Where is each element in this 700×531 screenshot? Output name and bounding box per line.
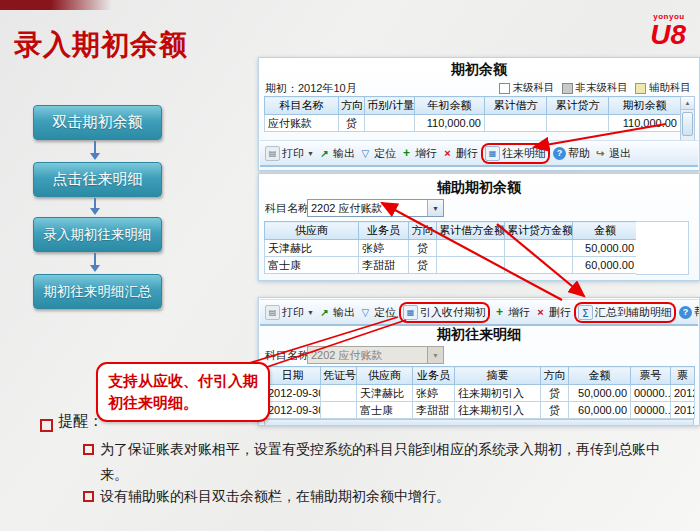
cell-subject[interactable]: 应付账款: [265, 115, 339, 132]
locate-button[interactable]: ▽定位: [357, 304, 398, 321]
help-button[interactable]: ?帮助: [677, 304, 700, 321]
cell-direction[interactable]: 贷: [409, 240, 437, 257]
cell-accum-credit[interactable]: [547, 115, 609, 132]
col-header[interactable]: 金额: [573, 222, 638, 240]
cell-salesperson[interactable]: 张婷: [413, 385, 455, 402]
col-header[interactable]: 累计贷方金额: [505, 222, 573, 240]
button-label: 打印: [282, 146, 304, 161]
col-header[interactable]: 凭证号: [321, 367, 357, 385]
print-button[interactable]: ▤打印▼: [263, 304, 316, 321]
table-row[interactable]: 2012-09-30 天津赫比 张婷 往来期初引入 贷 50,000.00 00…: [265, 385, 695, 402]
col-header[interactable]: 累计借方金额: [437, 222, 505, 240]
export-button[interactable]: ↗输出: [316, 145, 357, 162]
scroll-up-icon[interactable]: ▲: [681, 97, 694, 110]
col-header[interactable]: 年初余额: [415, 97, 485, 115]
cell-amount[interactable]: 50,000.00: [569, 385, 631, 402]
cell-bill-no[interactable]: 00000...: [631, 402, 671, 419]
caret-down-icon: ▼: [307, 309, 314, 316]
exit-button[interactable]: ↪退出: [592, 145, 633, 162]
table-row[interactable]: 2012-09-30 富士康 李甜甜 往来期初引入 贷 60,000.00 00…: [265, 402, 695, 419]
cell-salesperson[interactable]: 李甜甜: [413, 402, 455, 419]
col-header[interactable]: 方向: [541, 367, 569, 385]
cell-salesperson[interactable]: 李甜甜: [359, 257, 409, 274]
cell-currency[interactable]: [365, 115, 415, 132]
cell-direction[interactable]: 贷: [409, 257, 437, 274]
col-header[interactable]: 摘要: [455, 367, 541, 385]
cell-vendor[interactable]: 富士康: [357, 402, 413, 419]
cell-voucher-no[interactable]: [321, 402, 357, 419]
dropdown-arrow-icon[interactable]: ▼: [427, 200, 443, 216]
cell-accum-debit[interactable]: [437, 257, 505, 274]
cell-date[interactable]: 2012-09-30: [265, 402, 321, 419]
col-header[interactable]: 累计贷方: [547, 97, 609, 115]
print-button[interactable]: ▤打印▼: [263, 145, 316, 162]
col-header[interactable]: 票号: [631, 367, 671, 385]
col-header[interactable]: 票: [671, 367, 695, 385]
locate-button[interactable]: ▽定位: [357, 145, 398, 162]
flow-step-1: 双击期初余额: [33, 105, 162, 140]
table-row[interactable]: 天津赫比 张婷 贷 50,000.00: [265, 240, 638, 257]
sigma-icon: ∑: [578, 305, 593, 320]
cell-voucher-no[interactable]: [321, 385, 357, 402]
col-header[interactable]: 方向: [409, 222, 437, 240]
col-header[interactable]: 累计借方: [485, 97, 547, 115]
summarize-to-aux-button[interactable]: ∑汇总到辅助明细: [576, 304, 674, 321]
cell-bill-date[interactable]: 2012: [671, 385, 695, 402]
cell-accum-debit[interactable]: [485, 115, 547, 132]
cell-amount[interactable]: 60,000.00: [569, 402, 631, 419]
cell-salesperson[interactable]: 张婷: [359, 240, 409, 257]
flow-step-3: 录入期初往来明细: [33, 217, 162, 252]
col-header[interactable]: 币别/计量: [365, 97, 415, 115]
help-button[interactable]: ?帮助: [551, 145, 592, 162]
delete-row-button[interactable]: ×删行: [532, 304, 573, 321]
col-header[interactable]: 日期: [265, 367, 321, 385]
cell-accum-credit[interactable]: [505, 257, 573, 274]
note-bullet-icon: [40, 419, 53, 432]
export-button[interactable]: ↗输出: [316, 304, 357, 321]
aux-balance-window: 辅助期初余额 科目名称 2202 应付账款 ▼ 供应商 业务员 方向 累计借方金…: [258, 173, 700, 281]
cell-summary[interactable]: 往来期初引入: [455, 402, 541, 419]
add-row-button[interactable]: +增行: [491, 304, 532, 321]
note-item: 设有辅助账的科目双击余额栏，在辅助期初余额中增行。: [100, 484, 682, 509]
scrollbar-thumb[interactable]: [682, 112, 693, 136]
col-header[interactable]: 供应商: [357, 367, 413, 385]
cell-direction[interactable]: 贷: [541, 385, 569, 402]
table-row[interactable]: 富士康 李甜甜 贷 60,000.00: [265, 257, 638, 274]
table-header-row: 日期 凭证号 供应商 业务员 摘要 方向 金额 票号 票: [265, 367, 695, 385]
cell-direction[interactable]: 贷: [339, 115, 365, 132]
filter-icon: ▽: [359, 306, 372, 319]
cell-vendor[interactable]: 天津赫比: [357, 385, 413, 402]
cell-amount[interactable]: 60,000.00: [573, 257, 638, 274]
transaction-detail-button[interactable]: ▦往来明细: [483, 145, 548, 162]
horizontal-scrollbar[interactable]: [264, 419, 694, 426]
col-header[interactable]: 业务员: [413, 367, 455, 385]
period-label: 期初：2012年10月: [265, 81, 357, 96]
cell-year-begin[interactable]: 110,000.00: [415, 115, 485, 132]
import-icon: ▦: [403, 305, 418, 320]
subject-dropdown[interactable]: 2202 应付账款 ▼: [307, 199, 444, 217]
cell-direction[interactable]: 贷: [541, 402, 569, 419]
import-receivable-payable-button[interactable]: ▦引入收付期初: [401, 304, 488, 321]
col-header[interactable]: 方向: [339, 97, 365, 115]
delete-row-button[interactable]: ×删行: [439, 145, 480, 162]
col-header[interactable]: 科目名称: [265, 97, 339, 115]
cell-bill-date[interactable]: 2012: [671, 402, 695, 419]
col-header[interactable]: 供应商: [265, 222, 359, 240]
cell-accum-credit[interactable]: [505, 240, 573, 257]
cell-summary[interactable]: 往来期初引入: [455, 385, 541, 402]
legend-label: 末级科目: [513, 81, 555, 95]
col-header[interactable]: 金额: [569, 367, 631, 385]
cell-vendor[interactable]: 天津赫比: [265, 240, 359, 257]
cell-accum-debit[interactable]: [437, 240, 505, 257]
col-header[interactable]: 期初余额: [609, 97, 681, 115]
delete-row-icon: ×: [441, 147, 454, 160]
col-header[interactable]: 业务员: [359, 222, 409, 240]
cell-amount[interactable]: 50,000.00: [573, 240, 638, 257]
cell-bill-no[interactable]: 00000...: [631, 385, 671, 402]
add-row-icon: +: [493, 306, 506, 319]
cell-opening-balance[interactable]: 110,000.00: [609, 115, 681, 132]
cell-date[interactable]: 2012-09-30: [265, 385, 321, 402]
add-row-button[interactable]: +增行: [398, 145, 439, 162]
cell-vendor[interactable]: 富士康: [265, 257, 359, 274]
table-row[interactable]: 应付账款 贷 110,000.00 110,000.00: [265, 115, 681, 132]
